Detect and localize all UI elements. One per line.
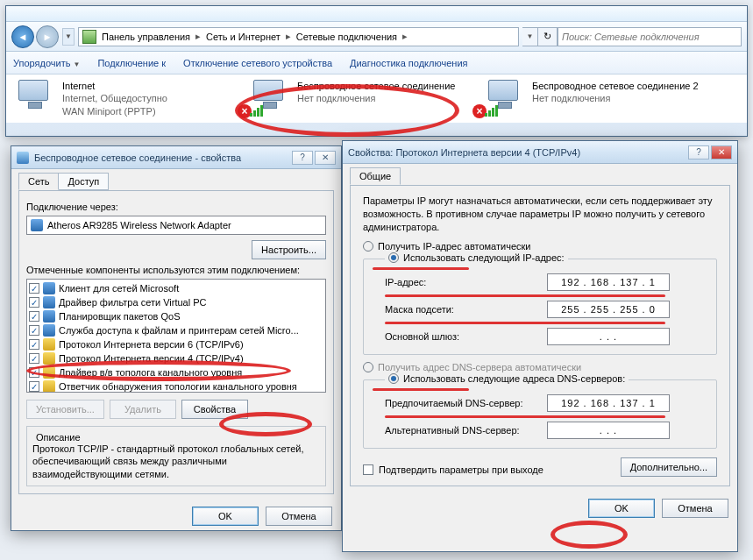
label-dns1: Предпочитаемый DNS-сервер: — [385, 398, 547, 408]
connection-item[interactable]: × Беспроводное сетевое соединение 2 Нет … — [483, 80, 702, 117]
help-button[interactable]: ? — [688, 145, 709, 159]
list-item[interactable]: ✓Клиент для сетей Microsoft — [29, 281, 323, 295]
breadcrumb-item[interactable]: Сеть и Интернет — [206, 32, 281, 42]
connection-device: WAN Miniport (PPTP) — [62, 105, 167, 117]
tab-access[interactable]: Доступ — [58, 173, 109, 190]
checkbox-icon[interactable]: ✓ — [29, 339, 39, 350]
radio-auto-ip[interactable]: Получить IP-адрес автоматически — [363, 241, 717, 252]
close-button[interactable]: ✕ — [711, 145, 732, 159]
dns-group: Использовать следующие адреса DNS-сервер… — [363, 379, 717, 449]
refresh-button[interactable]: ↻ — [538, 27, 558, 46]
adapter-icon — [31, 219, 43, 231]
nav-history-dropdown[interactable]: ▼ — [62, 28, 75, 46]
label-mask: Маска подсети: — [385, 304, 547, 315]
subnet-mask-field[interactable]: 255 . 255 . 255 . 0 — [547, 301, 670, 318]
cmd-organize[interactable]: Упорядочить ▼ — [13, 58, 80, 68]
connection-name: Беспроводное сетевое соединение — [297, 80, 455, 92]
radio-icon — [363, 241, 373, 252]
back-button[interactable]: ◄ — [11, 25, 34, 48]
breadcrumb[interactable]: Панель управления ▸ Сеть и Интернет ▸ Се… — [78, 27, 519, 46]
ok-button[interactable]: OK — [588, 499, 655, 518]
list-item[interactable]: ✓Протокол Интернета версии 6 (TCP/IPv6) — [29, 337, 323, 351]
checkbox-icon[interactable]: ✓ — [29, 311, 39, 322]
breadcrumb-item[interactable]: Панель управления — [102, 32, 190, 42]
checkbox-icon[interactable]: ✓ — [29, 297, 39, 308]
ip-address-field[interactable]: 192 . 168 . 137 . 1 — [547, 273, 670, 291]
connection-properties-dialog: Беспроводное сетевое соединение - свойст… — [11, 145, 342, 531]
annotation-underline-icon — [373, 267, 469, 270]
list-item[interactable]: ✓Драйвер фильтра сети Virtual PC — [29, 295, 323, 309]
info-paragraph: Параметры IP могут назначаться автоматич… — [363, 195, 717, 234]
annotation-underline-icon — [385, 294, 665, 297]
list-item[interactable]: ✓Служба доступа к файлам и принтерам сет… — [29, 323, 323, 337]
service-icon — [43, 324, 55, 337]
dialog-titlebar: Свойства: Протокол Интернета версии 4 (T… — [343, 141, 737, 164]
help-button[interactable]: ? — [292, 151, 313, 165]
advanced-button[interactable]: Дополнительно... — [621, 457, 717, 477]
connection-name: Беспроводное сетевое соединение 2 — [532, 80, 699, 92]
connections-list: Internet Internet, Общедоступно WAN Mini… — [6, 74, 747, 123]
alternate-dns-field[interactable]: . . . — [547, 422, 670, 439]
cancel-button[interactable]: Отмена — [266, 507, 332, 526]
tab-general[interactable]: Общие — [350, 167, 401, 185]
breadcrumb-item[interactable]: Сетевые подключения — [296, 32, 397, 42]
label-connect-via: Подключение через: — [26, 202, 326, 212]
annotation-underline-icon — [385, 415, 665, 418]
connection-item[interactable]: × Беспроводное сетевое соединение Нет по… — [248, 80, 467, 117]
adapter-name: Atheros AR9285 Wireless Network Adapter — [47, 220, 231, 230]
list-item-tcpipv4[interactable]: ✓Протокол Интернета версии 4 (TCP/IPv4) — [29, 351, 323, 365]
connection-status: Нет подключения — [297, 92, 455, 104]
search-input[interactable]: Поиск: Сетевые подключения — [558, 27, 742, 46]
list-item[interactable]: ✓Ответчик обнаружения топологии канально… — [29, 379, 323, 393]
radio-use-dns[interactable]: Использовать следующие адреса DNS-сервер… — [385, 373, 629, 384]
close-button[interactable]: ✕ — [315, 151, 336, 165]
protocol-icon — [43, 352, 55, 365]
connection-name: Internet — [62, 80, 167, 92]
components-listbox[interactable]: ✓Клиент для сетей Microsoft ✓Драйвер фил… — [26, 279, 326, 393]
radio-use-ip[interactable]: Использовать следующий IP-адрес: — [385, 252, 568, 263]
cancel-button[interactable]: Отмена — [662, 499, 728, 518]
command-bar: Упорядочить ▼ Подключение к Отключение с… — [6, 52, 747, 74]
monitor-icon — [488, 80, 518, 101]
checkbox-icon — [363, 464, 373, 475]
cmd-disable[interactable]: Отключение сетевого устройства — [183, 58, 332, 68]
radio-icon — [363, 362, 373, 372]
adapter-field[interactable]: Atheros AR9285 Wireless Network Adapter — [26, 216, 326, 235]
connection-status: Internet, Общедоступно — [62, 92, 167, 104]
radio-icon — [388, 252, 399, 263]
radio-auto-dns: Получить адрес DNS-сервера автоматически — [363, 362, 717, 372]
list-item[interactable]: ✓Планировщик пакетов QoS — [29, 309, 323, 323]
cmd-diagnose[interactable]: Диагностика подключения — [350, 58, 467, 68]
cmd-connect[interactable]: Подключение к — [97, 58, 166, 68]
label-components: Отмеченные компоненты используются этим … — [26, 265, 326, 275]
breadcrumb-dropdown[interactable]: ▼ — [522, 27, 538, 46]
label-gateway: Основной шлюз: — [385, 331, 547, 342]
gateway-field[interactable]: . . . — [547, 328, 670, 345]
list-item[interactable]: ✓Драйвер в/в тополога канального уровня — [29, 365, 323, 379]
monitor-icon — [18, 80, 48, 101]
ok-button[interactable]: OK — [192, 507, 259, 526]
preferred-dns-field[interactable]: 192 . 168 . 137 . 1 — [547, 394, 670, 412]
checkbox-icon[interactable]: ✓ — [29, 353, 39, 364]
properties-button[interactable]: Свойства — [181, 400, 248, 419]
description-legend: Описание — [32, 432, 84, 443]
signal-bars-icon — [485, 105, 498, 117]
chevron-right-icon: ▸ — [195, 31, 201, 42]
client-icon — [43, 282, 55, 294]
label-ip: IP-адрес: — [385, 277, 547, 287]
tabs: Сеть Доступ — [11, 169, 341, 190]
dialog-buttons: OK Отмена — [343, 493, 737, 523]
checkbox-icon[interactable]: ✓ — [29, 367, 39, 378]
remove-button[interactable]: Удалить — [110, 400, 176, 419]
validate-checkbox[interactable]: Подтвердить параметры при выходе — [363, 464, 543, 475]
forward-button[interactable]: ► — [36, 25, 59, 48]
checkbox-icon[interactable]: ✓ — [29, 283, 39, 294]
tab-network[interactable]: Сеть — [18, 173, 59, 190]
connection-item[interactable]: Internet Internet, Общедоступно WAN Mini… — [13, 80, 232, 117]
configure-button[interactable]: Настроить... — [252, 240, 326, 259]
checkbox-icon[interactable]: ✓ — [29, 325, 39, 336]
install-button[interactable]: Установить... — [26, 400, 104, 419]
checkbox-icon[interactable]: ✓ — [29, 381, 39, 392]
annotation-underline-icon — [385, 322, 665, 324]
driver-icon — [43, 296, 55, 308]
